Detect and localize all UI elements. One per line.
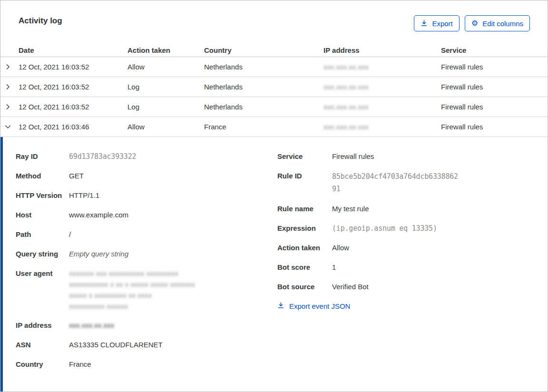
export-button-label: Export bbox=[432, 20, 452, 27]
column-header-date: Date bbox=[19, 46, 127, 54]
cell-service: Firewall rules bbox=[441, 63, 548, 71]
ray-id-value: 69d13783ac393322 bbox=[69, 151, 277, 162]
detail-left-column: Ray ID 69d13783ac393322 Method GET HTTP … bbox=[16, 151, 277, 392]
table-row[interactable]: 12 Oct, 2021 16:03:52 Allow Netherlands … bbox=[0, 57, 548, 77]
table-header: Date Action taken Country IP address Ser… bbox=[0, 43, 548, 57]
detail-row-query-string: Query string Empty query string bbox=[16, 248, 277, 260]
export-event-json-label: Export event JSON bbox=[289, 301, 350, 312]
ip-address-value-redacted: xxx.xxx.xx.xxx bbox=[69, 320, 277, 331]
chevron-right-icon[interactable] bbox=[0, 83, 19, 90]
rule-id-value: 85bce5b204cf4703a764dcb633886291 bbox=[332, 170, 462, 195]
detail-row-bot-score: Bot score 1 bbox=[277, 262, 530, 273]
cell-action-taken: Log bbox=[127, 103, 204, 111]
bot-score-value: 1 bbox=[332, 262, 530, 273]
export-button[interactable]: Export bbox=[414, 15, 459, 31]
cell-date: 12 Oct, 2021 16:03:52 bbox=[19, 63, 127, 71]
table-row[interactable]: 12 Oct, 2021 16:03:52 Log Netherlands xx… bbox=[0, 77, 548, 97]
chevron-down-icon[interactable] bbox=[0, 123, 19, 130]
column-header-service: Service bbox=[441, 46, 548, 54]
column-header-country: Country bbox=[204, 46, 323, 54]
detail-row-asn: ASN AS13335 CLOUDFLARENET bbox=[16, 339, 277, 351]
download-icon bbox=[421, 20, 428, 28]
cell-country: Netherlands bbox=[204, 63, 323, 71]
detail-row-bot-source: Bot source Verified Bot bbox=[277, 281, 530, 293]
detail-row-rule-id: Rule ID 85bce5b204cf4703a764dcb633886291 bbox=[277, 170, 530, 195]
activity-log-panel: Activity log Export ⚙ Edit columns Date … bbox=[0, 0, 548, 392]
table-row-expanded[interactable]: 12 Oct, 2021 16:03:46 Allow France xxx.x… bbox=[0, 117, 548, 137]
cell-country: France bbox=[204, 123, 323, 131]
country-value: France bbox=[69, 359, 277, 370]
rule-name-value: My test rule bbox=[332, 203, 530, 215]
method-value: GET bbox=[69, 170, 277, 182]
detail-right-column: Service Firewall rules Rule ID 85bce5b20… bbox=[277, 151, 530, 392]
topbar: Activity log Export ⚙ Edit columns bbox=[0, 0, 548, 43]
detail-row-ray-id: Ray ID 69d13783ac393322 bbox=[16, 151, 277, 162]
table-row[interactable]: 12 Oct, 2021 16:03:52 Log Netherlands xx… bbox=[0, 97, 548, 117]
query-string-value: Empty query string bbox=[69, 248, 277, 260]
cell-ip-address-redacted: xxx.xxx.xx.xxx bbox=[323, 83, 441, 91]
edit-columns-button-label: Edit columns bbox=[482, 20, 523, 27]
edit-columns-button[interactable]: ⚙ Edit columns bbox=[465, 15, 530, 31]
cell-country: Netherlands bbox=[204, 83, 323, 91]
detail-row-http-version: HTTP Version HTTP/1.1 bbox=[16, 190, 277, 201]
cell-date: 12 Oct, 2021 16:03:52 bbox=[19, 83, 127, 91]
bot-source-value: Verified Bot bbox=[332, 281, 530, 293]
toolbar-actions: Export ⚙ Edit columns bbox=[414, 15, 530, 31]
cell-ip-address-redacted: xxx.xxx.xx.xxx bbox=[323, 63, 441, 71]
detail-row-path: Path / bbox=[16, 229, 277, 240]
download-icon bbox=[277, 301, 284, 312]
path-value: / bbox=[69, 229, 277, 240]
export-event-json-link[interactable]: Export event JSON bbox=[277, 301, 350, 312]
http-version-value: HTTP/1.1 bbox=[69, 190, 277, 201]
cell-date: 12 Oct, 2021 16:03:46 bbox=[19, 123, 127, 131]
detail-row-country: Country France bbox=[16, 359, 277, 370]
host-value: www.example.com bbox=[69, 209, 277, 221]
cell-action-taken: Allow bbox=[127, 63, 204, 71]
detail-row-ip-address: IP address xxx.xxx.xx.xxx bbox=[16, 320, 277, 331]
column-header-action-taken: Action taken bbox=[127, 46, 204, 54]
cell-date: 12 Oct, 2021 16:03:52 bbox=[19, 103, 127, 111]
chevron-right-icon[interactable] bbox=[0, 103, 19, 110]
cell-service: Firewall rules bbox=[441, 83, 548, 91]
cell-action-taken: Allow bbox=[127, 123, 204, 131]
cell-ip-address-redacted: xxx.xxx.xx.xxx bbox=[323, 123, 441, 131]
asn-value: AS13335 CLOUDFLARENET bbox=[69, 339, 277, 351]
detail-row-host: Host www.example.com bbox=[16, 209, 277, 221]
action-taken-value: Allow bbox=[332, 242, 530, 254]
page-title: Activity log bbox=[19, 16, 62, 26]
cell-country: Netherlands bbox=[204, 103, 323, 111]
cell-service: Firewall rules bbox=[441, 103, 548, 111]
service-value: Firewall rules bbox=[332, 151, 530, 162]
chevron-right-icon[interactable] bbox=[0, 63, 19, 70]
detail-row-action-taken: Action taken Allow bbox=[277, 242, 530, 254]
detail-row-method: Method GET bbox=[16, 170, 277, 182]
cell-ip-address-redacted: xxx.xxx.xx.xxx bbox=[323, 103, 441, 111]
cell-service: Firewall rules bbox=[441, 123, 548, 131]
cell-action-taken: Log bbox=[127, 83, 204, 91]
detail-row-user-agent: User agent xxxxxxx xxx xxxxxxxxxx xxxxxx… bbox=[16, 268, 277, 312]
event-detail-panel: Ray ID 69d13783ac393322 Method GET HTTP … bbox=[0, 137, 548, 392]
expression-value: (ip.geoip.asnum eq 13335) bbox=[332, 223, 530, 234]
detail-row-rule-name: Rule name My test rule bbox=[277, 203, 530, 215]
user-agent-value-redacted: xxxxxxx xxx xxxxxxxxxx xxxxxxxxx xxxxxxx… bbox=[69, 268, 277, 312]
gear-icon: ⚙ bbox=[471, 20, 478, 27]
detail-row-expression: Expression (ip.geoip.asnum eq 13335) bbox=[277, 223, 530, 234]
detail-row-service: Service Firewall rules bbox=[277, 151, 530, 162]
column-header-ip-address: IP address bbox=[323, 46, 441, 54]
